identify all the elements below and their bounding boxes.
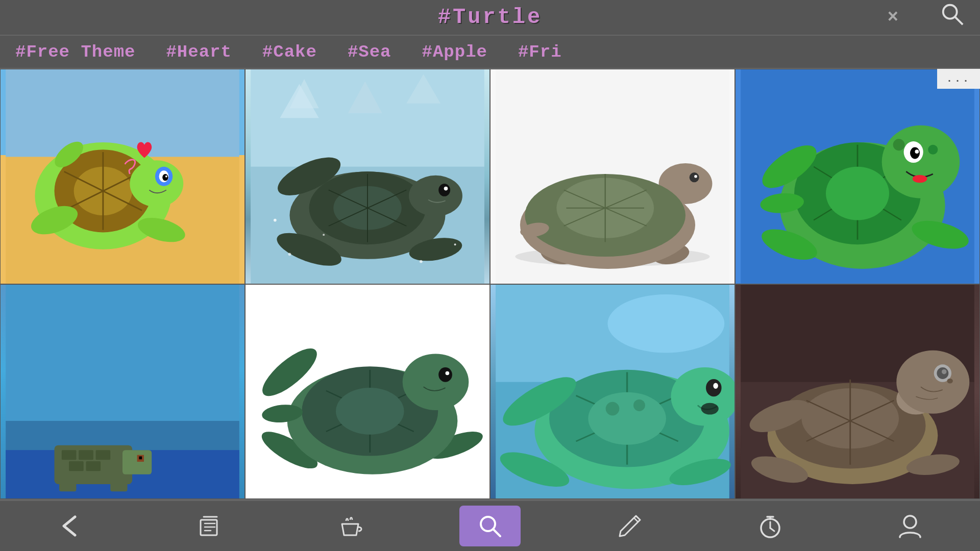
grid-cell-1[interactable]	[0, 69, 245, 284]
svg-rect-82	[79, 450, 93, 460]
svg-point-104	[588, 392, 666, 444]
svg-point-31	[438, 184, 450, 196]
toolbar	[0, 500, 980, 551]
tag-heart[interactable]: #Heart	[151, 42, 247, 62]
back-button[interactable]	[39, 506, 101, 546]
svg-rect-81	[62, 450, 77, 460]
svg-point-106	[633, 399, 645, 411]
tag-free-theme[interactable]: #Free Theme	[10, 42, 151, 62]
svg-rect-87	[110, 482, 127, 491]
pen-button[interactable]	[599, 506, 660, 546]
svg-point-68	[893, 139, 905, 151]
svg-point-69	[928, 145, 938, 155]
svg-point-50	[694, 175, 697, 178]
image-grid	[0, 69, 980, 500]
timer-button[interactable]	[740, 506, 801, 546]
svg-point-66	[915, 149, 919, 154]
tag-fri[interactable]: #Fri	[503, 42, 577, 62]
svg-point-38	[288, 253, 291, 256]
svg-point-37	[323, 234, 325, 236]
gallery-button[interactable]	[179, 506, 240, 546]
svg-line-138	[770, 528, 774, 531]
svg-point-141	[904, 516, 916, 528]
svg-point-39	[420, 260, 423, 263]
tag-bar: #Free Theme #Heart #Cake #Sea #Apple #Fr…	[0, 36, 980, 69]
svg-point-0	[943, 5, 957, 19]
svg-point-36	[274, 219, 277, 222]
svg-rect-78	[122, 450, 152, 474]
svg-line-134	[493, 529, 500, 536]
svg-point-62	[826, 167, 889, 220]
svg-point-96	[438, 367, 452, 382]
svg-rect-80	[139, 456, 142, 459]
svg-line-135	[634, 518, 638, 522]
profile-button[interactable]	[879, 506, 941, 546]
cafe-button[interactable]	[320, 506, 381, 546]
grid-cell-4[interactable]	[735, 69, 980, 284]
svg-point-13	[162, 174, 168, 181]
tag-cake[interactable]: #Cake	[247, 42, 332, 62]
svg-point-105	[606, 402, 620, 415]
grid-cell-3[interactable]	[490, 69, 735, 284]
svg-point-94	[336, 388, 404, 435]
grid-cell-2[interactable]	[245, 69, 490, 284]
svg-point-63	[882, 126, 960, 198]
tag-apple[interactable]: #Apple	[407, 42, 503, 62]
svg-point-108	[706, 379, 722, 396]
grid-cell-7[interactable]	[490, 284, 735, 499]
tag-sea[interactable]: #Sea	[332, 42, 407, 62]
svg-point-30	[409, 176, 462, 216]
close-button[interactable]: ×	[887, 7, 898, 28]
header: #Turtle ×	[0, 0, 980, 36]
svg-point-110	[701, 403, 719, 414]
svg-point-124	[947, 379, 952, 384]
svg-rect-86	[59, 482, 76, 491]
svg-rect-84	[69, 461, 84, 471]
svg-point-109	[713, 383, 718, 388]
svg-point-65	[910, 147, 920, 159]
svg-point-40	[454, 243, 456, 245]
grid-cell-5[interactable]	[0, 284, 245, 499]
svg-point-67	[913, 175, 927, 183]
grid-cell-8[interactable]	[735, 284, 980, 499]
svg-point-101	[607, 294, 724, 353]
svg-rect-2	[6, 69, 239, 157]
svg-rect-83	[96, 450, 111, 460]
svg-point-97	[446, 371, 450, 375]
svg-point-49	[690, 172, 699, 182]
svg-point-95	[403, 354, 469, 410]
svg-point-10	[130, 160, 183, 207]
svg-point-32	[444, 187, 448, 191]
svg-point-120	[896, 350, 969, 413]
svg-point-123	[942, 369, 947, 374]
header-search-button[interactable]	[940, 2, 965, 33]
grid-cell-6[interactable]	[245, 284, 490, 499]
svg-line-1	[955, 17, 963, 24]
page-title: #Turtle	[438, 5, 542, 30]
more-button[interactable]: ...	[937, 69, 980, 89]
svg-rect-85	[86, 461, 101, 471]
svg-point-14	[165, 176, 167, 178]
search-button[interactable]	[459, 506, 521, 546]
